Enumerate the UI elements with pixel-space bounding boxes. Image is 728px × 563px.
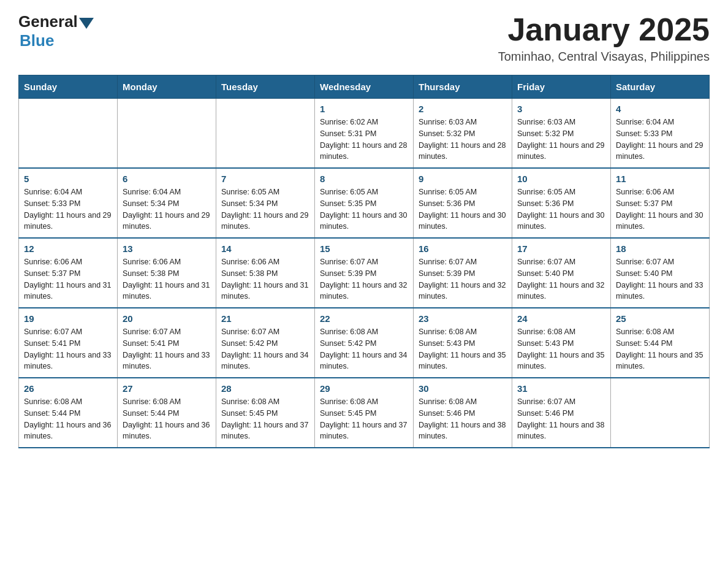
calendar-cell: 20Sunrise: 6:07 AMSunset: 5:41 PMDayligh… [118,308,216,378]
calendar-cell: 25Sunrise: 6:08 AMSunset: 5:44 PMDayligh… [611,308,710,378]
day-info: Sunrise: 6:07 AMSunset: 5:41 PMDaylight:… [123,326,211,372]
week-row-1: 1Sunrise: 6:02 AMSunset: 5:31 PMDaylight… [19,99,710,169]
calendar-cell: 8Sunrise: 6:05 AMSunset: 5:35 PMDaylight… [315,168,414,238]
calendar-table: Sunday Monday Tuesday Wednesday Thursday… [18,75,710,448]
calendar-cell: 4Sunrise: 6:04 AMSunset: 5:33 PMDaylight… [611,99,710,169]
calendar-cell: 9Sunrise: 6:05 AMSunset: 5:36 PMDaylight… [414,168,512,238]
day-info: Sunrise: 6:04 AMSunset: 5:34 PMDaylight:… [123,186,211,232]
day-info: Sunrise: 6:08 AMSunset: 5:44 PMDaylight:… [616,326,704,372]
calendar-cell [19,99,118,169]
calendar-cell: 28Sunrise: 6:08 AMSunset: 5:45 PMDayligh… [216,378,315,448]
day-number: 26 [24,383,112,394]
day-number: 17 [517,243,605,254]
calendar-cell: 14Sunrise: 6:06 AMSunset: 5:38 PMDayligh… [216,238,315,308]
day-info: Sunrise: 6:08 AMSunset: 5:44 PMDaylight:… [123,396,211,442]
day-number: 10 [517,174,605,184]
day-info: Sunrise: 6:06 AMSunset: 5:37 PMDaylight:… [616,186,704,232]
day-number: 25 [616,313,704,324]
calendar-cell: 12Sunrise: 6:06 AMSunset: 5:37 PMDayligh… [19,238,118,308]
day-info: Sunrise: 6:05 AMSunset: 5:34 PMDaylight:… [221,186,309,232]
header-thursday: Thursday [414,75,512,99]
day-number: 15 [320,243,408,254]
day-info: Sunrise: 6:08 AMSunset: 5:45 PMDaylight:… [320,396,408,442]
header-sunday: Sunday [19,75,118,99]
calendar-cell: 22Sunrise: 6:08 AMSunset: 5:42 PMDayligh… [315,308,414,378]
calendar-cell [216,99,315,169]
day-info: Sunrise: 6:08 AMSunset: 5:44 PMDaylight:… [24,396,112,442]
page-header: General Blue January 2025 Tominhao, Cent… [18,12,710,64]
logo-blue-text: Blue [20,31,54,50]
day-info: Sunrise: 6:03 AMSunset: 5:32 PMDaylight:… [419,117,507,163]
calendar-cell: 19Sunrise: 6:07 AMSunset: 5:41 PMDayligh… [19,308,118,378]
day-number: 20 [123,313,211,324]
day-info: Sunrise: 6:05 AMSunset: 5:36 PMDaylight:… [419,186,507,232]
day-number: 8 [320,174,408,184]
calendar-cell: 26Sunrise: 6:08 AMSunset: 5:44 PMDayligh… [19,378,118,448]
week-row-3: 12Sunrise: 6:06 AMSunset: 5:37 PMDayligh… [19,238,710,308]
header-row: Sunday Monday Tuesday Wednesday Thursday… [19,75,710,99]
day-info: Sunrise: 6:03 AMSunset: 5:32 PMDaylight:… [517,117,605,163]
calendar-cell: 31Sunrise: 6:07 AMSunset: 5:46 PMDayligh… [512,378,611,448]
calendar-cell: 7Sunrise: 6:05 AMSunset: 5:34 PMDaylight… [216,168,315,238]
calendar-cell: 11Sunrise: 6:06 AMSunset: 5:37 PMDayligh… [611,168,710,238]
day-number: 6 [123,174,211,184]
calendar-cell [611,378,710,448]
day-number: 14 [221,243,309,254]
day-number: 7 [221,174,309,184]
day-info: Sunrise: 6:07 AMSunset: 5:42 PMDaylight:… [221,326,309,372]
week-row-5: 26Sunrise: 6:08 AMSunset: 5:44 PMDayligh… [19,378,710,448]
day-number: 11 [616,174,704,184]
calendar-cell: 21Sunrise: 6:07 AMSunset: 5:42 PMDayligh… [216,308,315,378]
calendar-cell: 5Sunrise: 6:04 AMSunset: 5:33 PMDaylight… [19,168,118,238]
day-info: Sunrise: 6:08 AMSunset: 5:43 PMDaylight:… [517,326,605,372]
calendar-cell: 10Sunrise: 6:05 AMSunset: 5:36 PMDayligh… [512,168,611,238]
calendar-cell: 6Sunrise: 6:04 AMSunset: 5:34 PMDaylight… [118,168,216,238]
calendar-cell: 2Sunrise: 6:03 AMSunset: 5:32 PMDaylight… [414,99,512,169]
week-row-4: 19Sunrise: 6:07 AMSunset: 5:41 PMDayligh… [19,308,710,378]
logo: General Blue [18,12,94,50]
day-number: 18 [616,243,704,254]
day-number: 27 [123,383,211,394]
day-info: Sunrise: 6:08 AMSunset: 5:46 PMDaylight:… [419,396,507,442]
day-number: 2 [419,104,507,114]
calendar-cell: 27Sunrise: 6:08 AMSunset: 5:44 PMDayligh… [118,378,216,448]
calendar-cell [118,99,216,169]
day-info: Sunrise: 6:05 AMSunset: 5:35 PMDaylight:… [320,186,408,232]
day-info: Sunrise: 6:08 AMSunset: 5:45 PMDaylight:… [221,396,309,442]
calendar-cell: 3Sunrise: 6:03 AMSunset: 5:32 PMDaylight… [512,99,611,169]
calendar-body: 1Sunrise: 6:02 AMSunset: 5:31 PMDaylight… [19,99,710,448]
logo-general-text: General [18,12,78,31]
day-info: Sunrise: 6:08 AMSunset: 5:42 PMDaylight:… [320,326,408,372]
day-info: Sunrise: 6:07 AMSunset: 5:46 PMDaylight:… [517,396,605,442]
day-info: Sunrise: 6:07 AMSunset: 5:39 PMDaylight:… [320,256,408,302]
calendar-cell: 29Sunrise: 6:08 AMSunset: 5:45 PMDayligh… [315,378,414,448]
day-number: 4 [616,104,704,114]
day-info: Sunrise: 6:06 AMSunset: 5:38 PMDaylight:… [221,256,309,302]
day-number: 13 [123,243,211,254]
day-info: Sunrise: 6:07 AMSunset: 5:40 PMDaylight:… [517,256,605,302]
day-info: Sunrise: 6:07 AMSunset: 5:39 PMDaylight:… [419,256,507,302]
day-info: Sunrise: 6:07 AMSunset: 5:40 PMDaylight:… [616,256,704,302]
day-info: Sunrise: 6:05 AMSunset: 5:36 PMDaylight:… [517,186,605,232]
logo-triangle-icon [79,18,94,29]
day-number: 24 [517,313,605,324]
header-friday: Friday [512,75,611,99]
calendar-cell: 30Sunrise: 6:08 AMSunset: 5:46 PMDayligh… [414,378,512,448]
day-number: 9 [419,174,507,184]
calendar-cell: 17Sunrise: 6:07 AMSunset: 5:40 PMDayligh… [512,238,611,308]
calendar-cell: 23Sunrise: 6:08 AMSunset: 5:43 PMDayligh… [414,308,512,378]
calendar-cell: 18Sunrise: 6:07 AMSunset: 5:40 PMDayligh… [611,238,710,308]
header-wednesday: Wednesday [315,75,414,99]
day-number: 21 [221,313,309,324]
day-number: 22 [320,313,408,324]
week-row-2: 5Sunrise: 6:04 AMSunset: 5:33 PMDaylight… [19,168,710,238]
day-number: 29 [320,383,408,394]
day-number: 3 [517,104,605,114]
title-block: January 2025 Tominhao, Central Visayas, … [498,12,710,64]
page-subtitle: Tominhao, Central Visayas, Philippines [498,50,710,64]
day-info: Sunrise: 6:04 AMSunset: 5:33 PMDaylight:… [616,117,704,163]
calendar-cell: 15Sunrise: 6:07 AMSunset: 5:39 PMDayligh… [315,238,414,308]
calendar-cell: 1Sunrise: 6:02 AMSunset: 5:31 PMDaylight… [315,99,414,169]
day-number: 5 [24,174,112,184]
page-title: January 2025 [498,12,710,47]
